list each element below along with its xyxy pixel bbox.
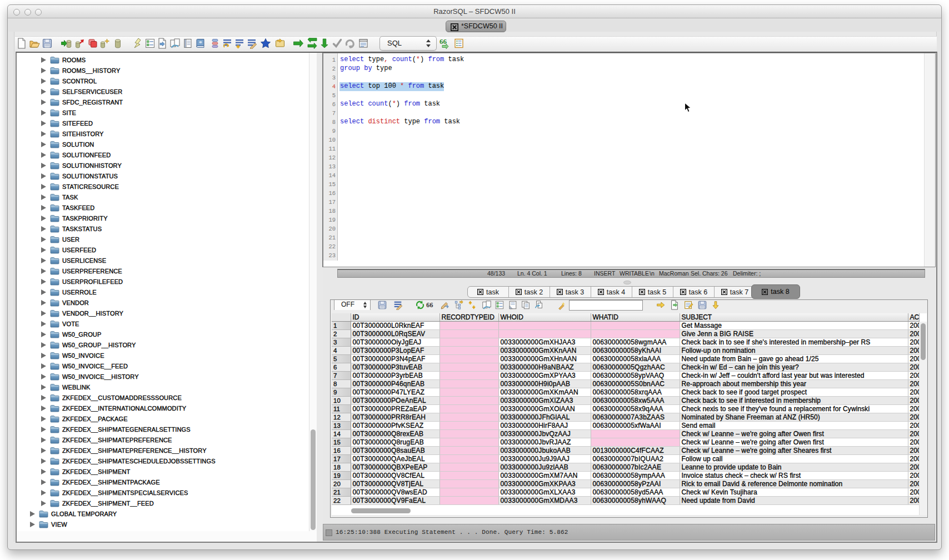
svg-text:66: 66 — [439, 38, 447, 46]
svg-text:66: 66 — [426, 301, 433, 309]
